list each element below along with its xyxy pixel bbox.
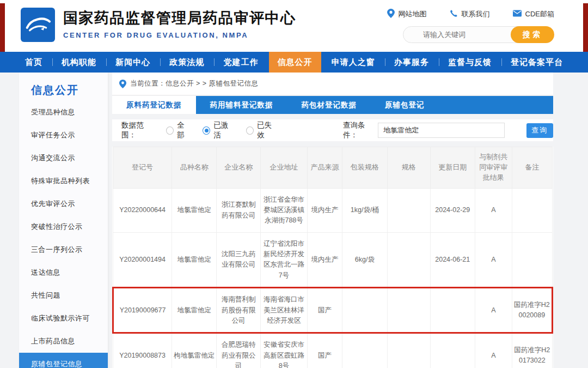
search-button[interactable]: 搜索 [511,26,554,43]
table-cell: 安徽省安庆市高新区霞虹路8号 [261,333,308,368]
table-cell: 国药准字H20020089 [512,288,552,333]
location-pin-icon [119,80,126,88]
table-row[interactable]: Y20220000644地氯雷他定浙江赛默制药有限公司浙江省金华市婺城区汤溪镇永… [113,188,553,232]
column-header: 与制剂共同审评审批结果 [475,147,512,189]
sidebar-item[interactable]: 沟通交流公示 [19,147,108,170]
scope-label: 数据范围： [121,120,156,140]
results-table: 登记号品种名称企业名称企业地址产品来源包装规格规格更新日期与制剂共同审评审批结果… [112,147,553,368]
column-header: 登记号 [113,147,172,189]
table-cell: A [475,188,512,232]
table-cell: 1kg/袋/桶 [342,188,387,232]
sidebar-item[interactable]: 特殊审批品种列表 [19,170,108,192]
scope-radio[interactable]: 已失效 [246,120,278,140]
site-header: 国家药品监督管理局药品审评中心 CENTER FOR DRUG EVALUATI… [0,0,588,52]
nav-item[interactable]: 首页 [16,52,51,73]
breadcrumb: 当前位置：信息公开 > > 原辅包登记信息 [112,73,553,95]
scope-radio[interactable]: 全部 [166,120,191,140]
table-cell: 2024-06-21 [430,232,475,288]
site-title: 国家药品监督管理局药品审评中心 [63,8,296,28]
table-cell [387,188,430,232]
tab[interactable]: 原料药登记数据 [112,96,196,114]
table-cell: 地氯雷他定 [172,288,217,333]
table-cell: Y20190008873 [113,333,172,368]
table-cell: 海南普利制药股份有限公司 [217,288,261,333]
sidebar-item[interactable]: 优先审评公示 [19,192,108,215]
content-area: 信息公开 受理品种信息审评任务公示沟通交流公示特殊审批品种列表优先审评公示突破性… [0,73,588,368]
table-header-row: 登记号品种名称企业名称企业地址产品来源包装规格规格更新日期与制剂共同审评审批结果… [113,147,553,189]
table-cell: 2024-02-29 [430,188,475,232]
sidebar-item[interactable]: 上市药品信息 [19,330,108,353]
sidebar: 信息公开 受理品种信息审评任务公示沟通交流公示特殊审批品种列表优先审评公示突破性… [19,73,108,368]
column-header: 包装规格 [342,147,387,189]
table-cell: A [475,232,512,288]
top-links: 网站地图联系我们CDE邮箱 [387,9,554,20]
nav-item[interactable]: 新闻中心 [107,52,159,73]
table-row[interactable]: Y20190009677地氯雷他定海南普利制药股份有限公司海南省海口市美兰区桂林… [113,288,553,333]
table-row[interactable]: Y20200001494地氯雷他定沈阳三九药业有限公司辽宁省沈阳市新民经济开发区… [113,232,553,288]
radio-circle-icon [203,126,210,135]
radio-circle-icon [246,126,254,135]
map-pin-icon [387,9,395,20]
table-cell: 6kg/袋 [342,232,387,288]
nav-item[interactable]: 监督与反馈 [439,52,500,73]
table-cell [430,288,475,333]
table-cell: 地氯雷他定 [172,188,217,232]
sidebar-item[interactable]: 送达信息 [19,261,108,284]
table-row[interactable]: Y20190008873枸地氯雷他定合肥恩瑞特药业有限公司安徽省安庆市高新区霞虹… [113,333,553,368]
left-edge-strip [0,3,5,52]
nav-item[interactable]: 办事服务 [385,52,438,73]
table-cell: Y20190009677 [113,288,172,333]
right-edge-strip [583,3,588,52]
nav-item[interactable]: 党建工作 [215,52,267,73]
nav-item[interactable]: 登记备案平台 [502,52,572,73]
query-button[interactable]: 查询 [526,123,554,138]
column-header: 企业名称 [217,147,261,189]
table-cell: 国产 [307,288,342,333]
tab[interactable]: 药包材登记数据 [287,96,371,114]
radio-circle-icon [166,126,174,135]
top-link-phone[interactable]: 联系我们 [450,9,490,20]
nav-item[interactable]: 政策法规 [161,52,213,73]
scope-radio[interactable]: 已激活 [203,120,234,140]
brand-titles: 国家药品监督管理局药品审评中心 CENTER FOR DRUG EVALUATI… [63,8,296,39]
table-cell: 浙江赛默制药有限公司 [217,188,261,232]
nav-item[interactable]: 信息公开 [269,52,321,73]
tab-bar: 原料药登记数据药用辅料登记数据药包材登记数据原辅包登记 [112,96,553,114]
phone-icon [450,9,458,19]
sidebar-item[interactable]: 突破性治疗公示 [19,215,108,238]
table-cell: 国药准字H20173022 [512,333,552,368]
site-search: 搜索 [403,26,554,43]
nav-item[interactable]: 申请人之窗 [323,52,384,73]
table-cell: A [475,333,512,368]
table-cell [430,333,475,368]
table-cell [387,288,430,333]
sidebar-items: 受理品种信息审评任务公示沟通交流公示特殊审批品种列表优先审评公示突破性治疗公示三… [19,101,108,368]
table-cell: A [475,288,512,333]
sidebar-item[interactable]: 共性问题 [19,284,108,307]
query-label: 查询条件： [343,120,378,140]
sidebar-item[interactable]: 原辅包登记信息 [19,353,108,368]
main-panel: 当前位置：信息公开 > > 原辅包登记信息 原料药登记数据药用辅料登记数据药包材… [112,73,553,368]
top-link-mail[interactable]: CDE邮箱 [513,9,554,20]
column-header: 规格 [387,147,430,189]
query-input[interactable] [378,123,504,138]
table-cell: 合肥恩瑞特药业有限公司 [217,333,261,368]
tab[interactable]: 药用辅料登记数据 [196,96,287,114]
table-cell [387,333,430,368]
nav-item[interactable]: 机构职能 [53,52,105,73]
main-nav: 首页机构职能新闻中心政策法规党建工作信息公开申请人之窗办事服务监督与反馈登记备案… [0,52,588,73]
table-cell [342,333,387,368]
table-cell: 辽宁省沈阳市新民经济开发区东营北一路7号 [261,232,308,288]
filter-bar: 数据范围： 全部已激活已失效 查询条件： 查询 [112,119,553,141]
sidebar-item[interactable]: 临床试验默示许可 [19,307,108,330]
sidebar-item[interactable]: 审评任务公示 [19,124,108,147]
results-table-block: 登记号品种名称企业名称企业地址产品来源包装规格规格更新日期与制剂共同审评审批结果… [112,147,553,368]
column-header: 产品来源 [307,147,342,189]
sidebar-item[interactable]: 三合一序列公示 [19,238,108,261]
sidebar-item[interactable]: 受理品种信息 [19,101,108,124]
site-subtitle: CENTER FOR DRUG EVALUATION, NMPA [63,31,296,39]
top-link-map-pin[interactable]: 网站地图 [387,9,427,20]
tab[interactable]: 原辅包登记 [371,96,439,114]
table-cell: Y20220000644 [113,188,172,232]
mail-icon [513,10,522,19]
